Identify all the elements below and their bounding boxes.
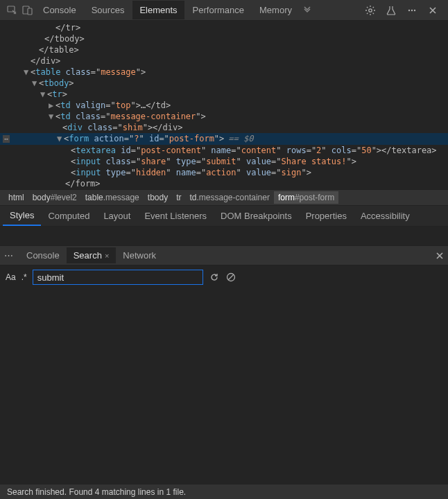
- svg-point-5: [411, 9, 413, 10]
- tab-layout[interactable]: Layout: [96, 207, 137, 225]
- crumb-form[interactable]: form#post-form: [274, 191, 338, 204]
- dom-node-selected[interactable]: ⋯▼<form action="?" id="post-form">== $0: [0, 133, 448, 145]
- status-bar: Search finished. Found 4 matching lines …: [0, 484, 448, 499]
- crumb-tr[interactable]: tr: [172, 191, 185, 204]
- tab-performance[interactable]: Performance: [186, 1, 251, 19]
- ellipsis-icon[interactable]: ⋯: [3, 135, 10, 143]
- svg-point-3: [369, 8, 372, 11]
- search-toolbar: Aa .*: [0, 265, 448, 289]
- regex-toggle[interactable]: .*: [21, 272, 27, 282]
- drawer-tab-console[interactable]: Console: [19, 247, 67, 263]
- tab-accessibility[interactable]: Accessibility: [354, 207, 417, 225]
- svg-rect-2: [28, 8, 32, 15]
- dom-breadcrumb: html body#level2 table.message tbody tr …: [0, 189, 448, 206]
- elements-dom-tree[interactable]: </tr> </tbody> </table> </div> ▼<table c…: [0, 21, 448, 189]
- tab-computed[interactable]: Computed: [41, 207, 96, 225]
- dom-node[interactable]: </form>: [0, 178, 448, 189]
- device-toolbar-icon[interactable]: [21, 3, 35, 17]
- crumb-table[interactable]: table.message: [81, 191, 144, 204]
- devtools-top-tabs: Console Sources Elements Performance Mem…: [0, 0, 448, 21]
- dom-node[interactable]: <input type="hidden" name="action" value…: [0, 167, 448, 178]
- drawer-tab-network[interactable]: Network: [116, 247, 163, 263]
- crumb-body[interactable]: body#level2: [28, 191, 81, 204]
- crumb-td[interactable]: td.message-container: [186, 191, 274, 204]
- crumb-tbody[interactable]: tbody: [144, 191, 172, 204]
- clear-search-icon[interactable]: [225, 272, 236, 283]
- tab-dom-breakpoints[interactable]: DOM Breakpoints: [214, 207, 299, 225]
- settings-gear-icon[interactable]: [364, 4, 377, 17]
- dom-node[interactable]: </div>: [31, 56, 60, 66]
- dom-node[interactable]: ▼<tr>: [0, 89, 448, 100]
- more-tabs-icon[interactable]: [300, 3, 314, 17]
- tab-elements[interactable]: Elements: [132, 1, 184, 19]
- close-tab-icon[interactable]: ×: [105, 252, 109, 260]
- styles-sidebar-tabs: Styles Computed Layout Event Listeners D…: [0, 206, 448, 227]
- tab-sources[interactable]: Sources: [85, 1, 132, 19]
- styles-panel-body: [0, 227, 448, 246]
- dom-node[interactable]: <div class="shim"></div>: [0, 122, 448, 133]
- match-case-toggle[interactable]: Aa: [6, 272, 16, 282]
- dom-node[interactable]: </tbody>: [44, 34, 85, 44]
- drawer-tabs: ⋯ Console Search× Network: [0, 246, 448, 265]
- dom-node[interactable]: ▶<td valign="top">…</td>: [0, 100, 448, 111]
- dom-node[interactable]: ▼<table class="message">: [0, 67, 448, 78]
- search-input[interactable]: [33, 270, 203, 285]
- refresh-search-icon[interactable]: [209, 272, 220, 283]
- tab-event-listeners[interactable]: Event Listeners: [137, 207, 214, 225]
- close-devtools-icon[interactable]: [427, 4, 439, 17]
- dom-node[interactable]: <textarea id="post-content" name="conten…: [0, 145, 448, 156]
- status-text: Search finished. Found 4 matching lines …: [7, 487, 186, 497]
- dom-node[interactable]: ▼<td class="message-container">: [0, 111, 448, 122]
- kebab-menu-icon[interactable]: [406, 4, 418, 17]
- drawer-more-icon[interactable]: ⋯: [4, 250, 14, 261]
- close-drawer-icon[interactable]: [436, 252, 444, 260]
- tab-styles[interactable]: Styles: [3, 206, 41, 226]
- drawer-tab-search[interactable]: Search×: [67, 247, 117, 263]
- svg-point-6: [414, 9, 415, 10]
- tab-console[interactable]: Console: [36, 1, 83, 19]
- dom-node[interactable]: <input class="share" type="submit" value…: [0, 156, 448, 167]
- experiments-icon[interactable]: [385, 4, 397, 17]
- dom-node[interactable]: </table>: [39, 45, 79, 55]
- crumb-html[interactable]: html: [4, 191, 28, 204]
- tab-properties[interactable]: Properties: [299, 207, 354, 225]
- search-results-panel: [0, 289, 448, 484]
- tab-memory[interactable]: Memory: [252, 1, 299, 19]
- svg-point-4: [408, 9, 410, 10]
- inspect-element-icon[interactable]: [6, 3, 19, 17]
- dom-node[interactable]: ▼<tbody>: [0, 78, 448, 89]
- dom-node[interactable]: </tr>: [55, 23, 80, 33]
